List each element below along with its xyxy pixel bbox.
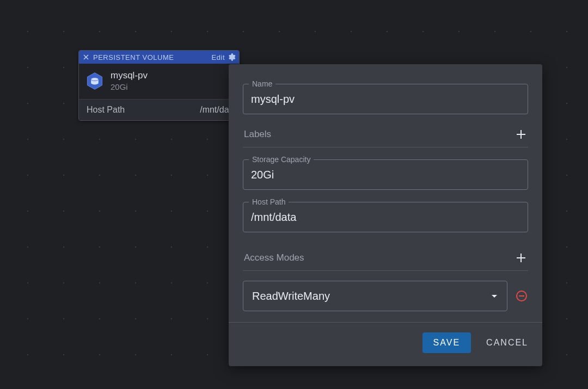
storage-input[interactable] — [251, 160, 520, 189]
gear-icon[interactable] — [227, 53, 236, 61]
storage-field-label: Storage Capacity — [249, 155, 314, 164]
name-field-label: Name — [249, 79, 275, 88]
name-field: Name — [243, 84, 528, 114]
pv-hostpath-row: Host Path /mnt/dat — [79, 99, 239, 120]
pv-size: 20Gi — [111, 82, 148, 91]
hostpath-field-label: Host Path — [249, 197, 289, 206]
name-input[interactable] — [251, 84, 520, 114]
access-mode-row: ReadWriteMany — [243, 281, 528, 311]
remove-access-mode-button[interactable] — [515, 289, 528, 302]
add-label-button[interactable] — [515, 128, 527, 140]
storage-field: Storage Capacity — [243, 159, 528, 190]
access-modes-title: Access Modes — [244, 252, 304, 263]
pv-card: PERSISTENT VOLUME Edit mysql-pv 20Gi Hos… — [78, 50, 240, 121]
edit-link[interactable]: Edit — [212, 53, 225, 61]
hostpath-input[interactable] — [251, 202, 520, 232]
hostpath-label: Host Path — [87, 105, 125, 115]
labels-section-title: Labels — [244, 129, 271, 140]
add-access-mode-button[interactable] — [515, 252, 527, 264]
access-mode-select[interactable]: ReadWriteMany — [243, 281, 507, 311]
access-modes-section: Access Modes — [243, 250, 528, 271]
labels-section: Labels — [243, 126, 528, 147]
save-button[interactable]: SAVE — [422, 332, 471, 353]
close-icon[interactable] — [82, 53, 90, 61]
pv-card-type-label: PERSISTENT VOLUME — [93, 53, 174, 61]
panel-footer: SAVE CANCEL — [229, 322, 542, 366]
pv-name: mysql-pv — [111, 70, 148, 81]
volume-icon — [85, 72, 104, 90]
pv-card-header: PERSISTENT VOLUME Edit — [79, 51, 239, 64]
edit-panel: Name Labels Storage Capacity Host Path A… — [229, 64, 542, 366]
chevron-down-icon — [491, 290, 498, 302]
hostpath-field: Host Path — [243, 202, 528, 232]
cancel-button[interactable]: CANCEL — [486, 338, 528, 348]
pv-card-body: mysql-pv 20Gi — [79, 64, 239, 99]
hostpath-value: /mnt/dat — [200, 105, 231, 115]
access-mode-value: ReadWriteMany — [252, 290, 330, 302]
